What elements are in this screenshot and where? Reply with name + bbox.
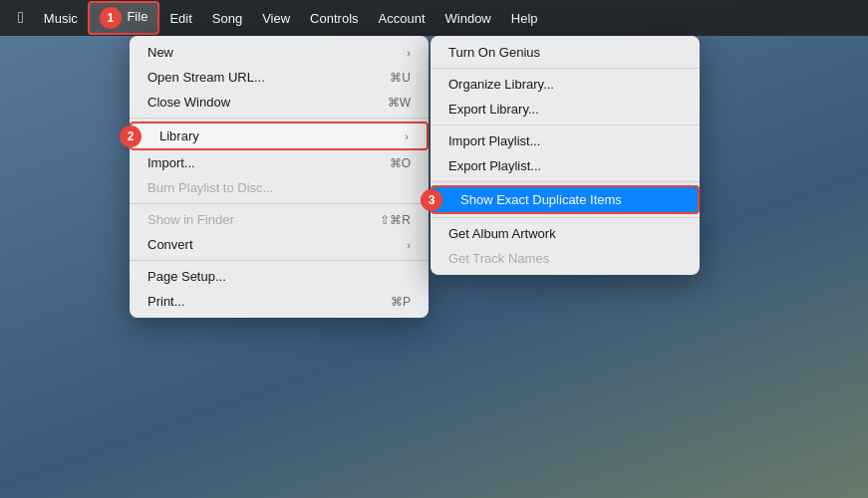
lib-separator-3 (431, 181, 700, 182)
menubar-item-music[interactable]: Music (34, 7, 88, 30)
step-badge-1: 1 (100, 7, 122, 29)
menu-item-open-stream[interactable]: Open Stream URL... ⌘U (130, 65, 429, 90)
menu-item-convert[interactable]: Convert › (130, 232, 429, 257)
menu-item-turn-on-genius[interactable]: Turn On Genius (431, 40, 700, 65)
shortcut-close-window: ⌘W (388, 96, 411, 110)
lib-separator-1 (431, 68, 700, 69)
menu-item-library[interactable]: 2 Library › (130, 122, 429, 150)
shortcut-import: ⌘O (390, 156, 411, 170)
separator-1 (130, 118, 429, 119)
menu-item-import-playlist[interactable]: Import Playlist... (431, 128, 700, 153)
menubar-item-window[interactable]: Window (435, 7, 501, 30)
menu-item-burn-playlist: Burn Playlist to Disc... (130, 175, 429, 200)
menu-item-organize-library[interactable]: Organize Library... (431, 72, 700, 97)
menu-item-new[interactable]: New › (130, 40, 429, 65)
step-badge-3: 3 (421, 189, 442, 211)
file-menu-dropdown: New › Open Stream URL... ⌘U Close Window… (130, 36, 429, 318)
submenu-arrow-new: › (407, 47, 411, 59)
menubar:  Music 1 File Edit Song View Controls A… (0, 0, 868, 36)
menubar-item-file[interactable]: 1 File (88, 1, 160, 35)
shortcut-open-stream: ⌘U (390, 71, 411, 85)
shortcut-print: ⌘P (391, 295, 411, 309)
lib-separator-4 (431, 217, 700, 218)
menubar-item-help[interactable]: Help (501, 7, 548, 30)
menu-item-import[interactable]: Import... ⌘O (130, 150, 429, 175)
menu-item-print[interactable]: Print... ⌘P (130, 289, 429, 314)
shortcut-show-finder: ⇧⌘R (380, 213, 411, 227)
lib-separator-2 (431, 124, 700, 125)
apple-menu[interactable]:  (8, 5, 34, 31)
submenu-arrow-convert: › (407, 239, 411, 251)
menubar-item-controls[interactable]: Controls (300, 7, 368, 30)
menu-item-get-album-artwork[interactable]: Get Album Artwork (431, 221, 700, 246)
menu-item-export-playlist[interactable]: Export Playlist... (431, 153, 700, 178)
step-badge-2: 2 (120, 125, 142, 147)
submenu-arrow-library: › (405, 130, 409, 142)
menubar-item-edit[interactable]: Edit (159, 7, 201, 30)
menu-item-show-exact-duplicate[interactable]: 3 Show Exact Duplicate Items (431, 185, 700, 214)
menu-item-show-in-finder: Show in Finder ⇧⌘R (130, 207, 429, 232)
menubar-item-account[interactable]: Account (369, 7, 435, 30)
library-submenu-dropdown: Turn On Genius Organize Library... Expor… (431, 36, 700, 275)
menu-item-close-window[interactable]: Close Window ⌘W (130, 90, 429, 115)
menu-item-export-library[interactable]: Export Library... (431, 97, 700, 122)
menubar-item-view[interactable]: View (252, 7, 300, 30)
menu-item-page-setup[interactable]: Page Setup... (130, 264, 429, 289)
menubar-item-song[interactable]: Song (202, 7, 252, 30)
separator-2 (130, 203, 429, 204)
separator-3 (130, 260, 429, 261)
menu-item-get-track-names: Get Track Names (431, 246, 700, 271)
